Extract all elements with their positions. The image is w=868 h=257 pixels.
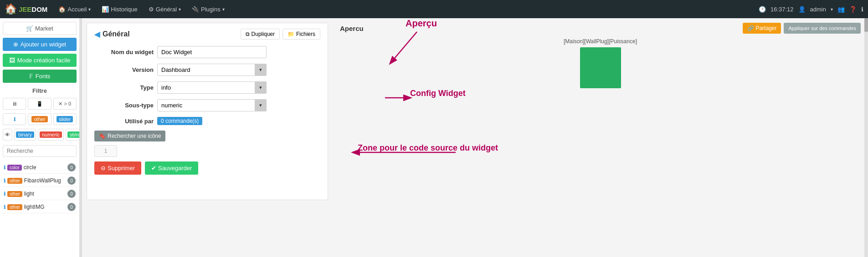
help-icon[interactable]: ❓ xyxy=(849,6,857,13)
widget-count-2: 0 xyxy=(67,176,76,185)
filter-x[interactable]: ✕ > 0 xyxy=(53,98,77,110)
nav-plugins[interactable]: 🔌 Plugins ▾ xyxy=(187,0,229,18)
easy-mode-button[interactable]: 🖼 Mode création facile xyxy=(3,54,77,67)
filter-title: Filtre xyxy=(3,87,77,94)
plugin-icon: 🔌 xyxy=(192,6,199,13)
info-icon[interactable]: ℹ xyxy=(861,6,863,13)
sidebar-market[interactable]: 🛒 Market xyxy=(3,22,77,35)
nom-input[interactable] xyxy=(157,46,267,58)
search-input[interactable] xyxy=(3,145,77,157)
filter-info[interactable]: ℹ xyxy=(3,113,26,125)
widget-count-4: 0 xyxy=(67,203,76,211)
filter-other[interactable]: other xyxy=(28,113,51,125)
chart-icon: 📊 xyxy=(102,6,109,13)
nav-general[interactable]: ⚙ Général ▾ xyxy=(144,0,185,18)
image-icon: 🖼 xyxy=(9,57,15,64)
share-label: Partager xyxy=(755,25,776,31)
filter-slider[interactable]: slider xyxy=(53,113,77,125)
clock-icon: 🕐 xyxy=(759,6,766,13)
widget-name-2: FibaroWallPlug xyxy=(24,177,61,184)
commandes-badge: 0 commande(s) xyxy=(157,117,202,125)
chevron-user-icon: ▾ xyxy=(831,7,833,12)
preview-title: Apercu xyxy=(340,25,364,32)
apply-button[interactable]: Appliquer sur des commandes xyxy=(784,23,861,34)
nav-accueil-label: Accueil xyxy=(67,6,87,13)
panel-header: ◀ Général ⧉ Dupliquer 📁 Fichiers xyxy=(94,29,320,40)
filter-string[interactable]: string xyxy=(66,129,80,141)
preview-buttons: 🔗 Partager Appliquer sur des commandes xyxy=(743,23,861,34)
top-navigation: 🏠 JEEDOM 🏠 Accueil ▾ 📊 Historique ⚙ Géné… xyxy=(0,0,868,18)
market-icon: 🛒 xyxy=(26,25,33,32)
form-row-nom: Nom du widget xyxy=(94,46,320,58)
panel-actions: ⧉ Dupliquer 📁 Fichiers xyxy=(241,29,320,40)
numeric-badge: numeric xyxy=(40,131,62,138)
username-label[interactable]: admin xyxy=(810,6,826,13)
logo[interactable]: 🏠 JEEDOM xyxy=(5,3,47,15)
list-item[interactable]: ℹ other FibaroWallPlug 0 xyxy=(3,175,77,187)
nav-general-label: Général xyxy=(156,6,177,13)
fonts-button[interactable]: 𝔽 Fonts xyxy=(3,70,77,83)
info-icon-item: ℹ xyxy=(4,165,5,171)
widget-name-3: light xyxy=(24,191,34,197)
filter-numeric[interactable]: numeric xyxy=(38,129,64,141)
search-icon-button[interactable]: 🔖 Rechercher une icône xyxy=(94,131,165,141)
widget-name-4: lightIMG xyxy=(24,204,45,210)
list-item[interactable]: ℹ other light 0 xyxy=(3,188,77,200)
string-badge: string xyxy=(67,131,80,138)
save-label: Sauvegarder xyxy=(158,165,192,171)
share-icon: 🔗 xyxy=(747,25,754,31)
filter-grid-row1: 🖥 📱 ✕ > 0 xyxy=(3,98,77,110)
list-item[interactable]: ℹ color circle 0 xyxy=(3,161,77,174)
add-widget-label: Ajouter un widget xyxy=(21,41,66,48)
preview-panel: Apercu 🔗 Partager Appliquer sur des comm… xyxy=(333,18,868,200)
type-select[interactable]: info action xyxy=(157,81,267,94)
version-select-wrap: Dashboard Mobile ▾ xyxy=(157,64,267,76)
save-button[interactable]: ✔ Sauvegarder xyxy=(145,161,198,175)
other-badge-2: other xyxy=(7,178,22,184)
add-widget-button[interactable]: ⊕ Ajouter un widget xyxy=(3,38,77,51)
users-icon[interactable]: 👥 xyxy=(837,6,845,13)
binary-badge: binary xyxy=(16,131,34,138)
nav-historique[interactable]: 📊 Historique xyxy=(97,0,142,18)
duplicate-button[interactable]: ⧉ Dupliquer xyxy=(241,29,280,40)
info-icon-item4: ℹ xyxy=(4,204,5,210)
filter-eye[interactable]: 👁 xyxy=(3,129,12,141)
plus-icon: ⊕ xyxy=(13,41,18,48)
nav-accueil[interactable]: 🏠 Accueil ▾ xyxy=(54,0,95,18)
chevron-down-icon-3: ▾ xyxy=(222,7,225,12)
widget-name: circle xyxy=(24,164,36,171)
other-badge-3: other xyxy=(7,191,22,197)
scrollbar-thumb xyxy=(864,18,868,32)
topnav-right: 🕐 16:37:12 👤 admin ▾ 👥 ❓ ℹ xyxy=(759,6,863,13)
form-row-soustype: Sous-type numeric binary string other ▾ xyxy=(94,99,320,111)
filter-desktop[interactable]: 🖥 xyxy=(3,98,26,110)
main-content: ◀ Général ⧉ Dupliquer 📁 Fichiers xyxy=(82,18,868,257)
version-select[interactable]: Dashboard Mobile xyxy=(157,64,267,76)
logo-text: JEEDOM xyxy=(19,5,47,13)
files-button[interactable]: 📁 Fichiers xyxy=(282,29,320,40)
bookmark-icon: 🔖 xyxy=(99,133,106,139)
filter-binary[interactable]: binary xyxy=(14,129,36,141)
nom-label: Nom du widget xyxy=(94,49,154,55)
filter-mobile[interactable]: 📱 xyxy=(28,98,51,110)
delete-button[interactable]: ⊖ Supprimer xyxy=(94,161,141,175)
soustype-select[interactable]: numeric binary string other xyxy=(157,99,267,111)
fonts-icon: 𝔽 xyxy=(29,73,33,80)
back-icon[interactable]: ◀ xyxy=(94,30,100,39)
annotation-arrows xyxy=(333,18,868,200)
time-display: 16:37:12 xyxy=(770,6,794,13)
form-row-utilise: Utilisé par 0 commande(s) xyxy=(94,117,320,125)
check-icon: ✔ xyxy=(151,165,156,171)
list-item[interactable]: ℹ other lightIMG 0 xyxy=(3,201,77,213)
minus-icon: ⊖ xyxy=(101,165,106,171)
gear-icon: ⚙ xyxy=(149,6,154,13)
preview-header: Apercu 🔗 Partager Appliquer sur des comm… xyxy=(340,23,861,34)
share-button[interactable]: 🔗 Partager xyxy=(743,23,781,34)
preview-label: [Maison][WallPlug][Puissance] xyxy=(340,38,861,45)
code-area[interactable]: 1 xyxy=(94,145,117,157)
market-label: Market xyxy=(35,25,53,32)
type-label: Type xyxy=(94,84,154,91)
right-scrollbar[interactable] xyxy=(864,18,868,257)
soustype-select-wrap: numeric binary string other ▾ xyxy=(157,99,267,111)
search-icon-label: Rechercher une icône xyxy=(108,133,161,139)
